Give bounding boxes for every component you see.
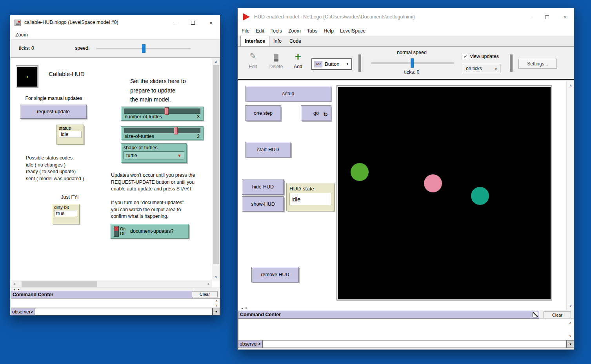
menu-zoom[interactable]: Zoom	[10, 32, 31, 38]
sliders-note-line: prepare to update	[130, 86, 186, 96]
left-command-input[interactable]	[35, 308, 213, 315]
hide-hud-button[interactable]: hide-HUD	[242, 179, 284, 195]
cc-scroll-up-icon[interactable]: ∧	[214, 299, 219, 303]
setup-button[interactable]: setup	[245, 86, 331, 101]
toolbar-delete-button[interactable]: Delete	[266, 51, 286, 69]
number-of-turtles-track[interactable]	[124, 109, 200, 114]
updates-note-line: Updates won't occur until you press the	[111, 172, 195, 179]
go-button[interactable]: go ↻	[301, 105, 331, 121]
size-of-turtles-track[interactable]	[124, 128, 200, 133]
status-monitor-value: idle	[59, 131, 82, 138]
left-cc-output[interactable]: ∧ ∨	[11, 298, 220, 308]
left-cc-title: Command Center	[11, 292, 53, 297]
cc-scroll-down-icon[interactable]: ∨	[567, 333, 573, 338]
left-cc-splitter[interactable]: ▲▼	[13, 288, 21, 291]
left-hscroll-thumb[interactable]	[22, 281, 97, 287]
remove-hud-button[interactable]: remove HUD	[251, 267, 299, 283]
menu-tools[interactable]: Tools	[267, 28, 285, 34]
sliders-note-line: Set the sliders here to	[130, 77, 186, 86]
toolbar-delete-label: Delete	[266, 64, 286, 69]
tab-interface[interactable]: Interface	[240, 36, 269, 46]
cc-scroll-up-icon[interactable]: ∧	[567, 321, 573, 325]
one-step-button[interactable]: one step	[245, 105, 281, 121]
toolbar-edit-button[interactable]: ✎ Edit	[244, 51, 262, 69]
left-titlebar[interactable]: callable-HUD.nlogo (LevelSpace model #0)…	[10, 15, 220, 30]
plus-icon: +	[290, 51, 306, 64]
normal-speed-label: normal speed	[367, 50, 456, 55]
right-cc-observer-row: observer> ▼	[238, 340, 574, 348]
right-interface-area: setup one step go ↻ start-HUD hide-HUD s…	[238, 81, 574, 310]
switch-slot[interactable]	[114, 226, 119, 237]
scroll-up-icon[interactable]: ∧	[567, 83, 575, 88]
right-speed-slider-track[interactable]	[371, 62, 454, 64]
view-updates-control[interactable]: ✓ view updates	[463, 54, 499, 59]
document-updates-switch[interactable]: On Off document-updates?	[111, 224, 189, 239]
menu-edit[interactable]: Edit	[253, 28, 267, 34]
left-close-button[interactable]: ×	[202, 15, 220, 30]
show-hud-button[interactable]: show-HUD	[242, 196, 284, 212]
start-hud-button[interactable]: start-HUD	[245, 142, 291, 158]
left-speed-slider-track[interactable]	[96, 48, 191, 49]
cc-scroll-down-icon[interactable]: ∨	[214, 303, 219, 307]
left-observer-prompt: observer>	[11, 308, 35, 315]
menu-levelspace[interactable]: LevelSpace	[337, 28, 369, 34]
settings-button[interactable]: Settings...	[518, 59, 557, 69]
left-maximize-button[interactable]	[184, 15, 202, 30]
shape-of-turtles-chooser[interactable]: shape-of-turtles turtle ▼	[121, 143, 187, 163]
checkmark-icon: ✓	[464, 54, 467, 59]
left-history-dropdown-button[interactable]: ▼	[213, 308, 220, 315]
right-cc-output[interactable]: ∧ ∨	[238, 319, 574, 340]
widget-type-value: Button	[325, 61, 346, 67]
left-horizontal-scrollbar[interactable]: < >	[11, 280, 212, 288]
number-of-turtles-value: 3	[197, 114, 200, 120]
menu-help[interactable]: Help	[320, 28, 337, 34]
tab-info[interactable]: Info	[269, 36, 285, 46]
size-of-turtles-slider[interactable]: size-of-turtles 3	[121, 126, 204, 140]
model-title-text: Callable-HUD	[49, 71, 85, 77]
right-minimize-button[interactable]	[520, 8, 538, 26]
left-vertical-scrollbar[interactable]: ∧ ∨	[212, 58, 220, 281]
menu-tabs[interactable]: Tabs	[304, 28, 320, 34]
scroll-right-icon[interactable]: >	[206, 280, 211, 288]
left-cc-clear-button[interactable]: Clear	[192, 291, 218, 297]
number-of-turtles-slider[interactable]: number-of-turtles 3	[121, 107, 204, 121]
right-cc-clear-button[interactable]: Clear	[544, 311, 571, 318]
left-minimize-button[interactable]	[166, 15, 184, 30]
menu-zoom[interactable]: Zoom	[285, 28, 304, 34]
shape-of-turtles-select[interactable]: turtle ▼	[124, 151, 184, 159]
right-ticks-counter: ticks: 0	[367, 69, 456, 75]
toolbar-add-button[interactable]: + Add	[290, 51, 306, 69]
dropdown-arrow-icon: ▼	[569, 342, 572, 346]
switch-knob[interactable]	[115, 226, 118, 231]
widget-type-dropdown[interactable]: abc Button ▼	[311, 58, 352, 70]
right-maximize-button[interactable]	[538, 8, 556, 26]
left-window-title: callable-HUD.nlogo (LevelSpace model #0)	[24, 20, 118, 25]
right-cc-splitter[interactable]: ▲▼	[241, 307, 249, 310]
view-updates-checkbox[interactable]: ✓	[463, 54, 468, 59]
dirty-bit-monitor-label: dirty-bit	[54, 205, 77, 210]
menu-file[interactable]: File	[238, 28, 253, 34]
shape-of-turtles-label: shape-of-turtles	[121, 144, 187, 150]
status-codes-note: Possible status codes: idle ( no changes…	[26, 155, 84, 182]
scroll-down-icon[interactable]: ∨	[567, 303, 575, 308]
left-speed-slider-thumb[interactable]	[142, 44, 145, 53]
right-cc-header: Command Center	[238, 311, 539, 319]
update-mode-dropdown[interactable]: on ticks ∨	[463, 64, 500, 73]
close-icon: ×	[209, 20, 213, 26]
scroll-up-icon[interactable]: ∧	[212, 59, 220, 64]
status-codes-line: Possible status codes:	[26, 155, 84, 162]
right-history-dropdown-button[interactable]: ▼	[567, 340, 574, 348]
cc-expand-icon[interactable]	[533, 312, 538, 317]
right-command-input[interactable]	[262, 340, 567, 348]
scroll-left-icon[interactable]: <	[12, 280, 17, 288]
document-note-line: you can watch the output area to	[111, 206, 184, 214]
tab-code[interactable]: Code	[285, 36, 305, 46]
request-update-button[interactable]: request-update	[20, 105, 87, 119]
left-vscroll-thumb[interactable]	[213, 65, 219, 264]
model-window-icon-base	[16, 24, 20, 25]
right-speed-slider-thumb[interactable]	[411, 58, 414, 68]
right-titlebar[interactable]: HUD-enabled-model - NetLogo {C:\Users\wa…	[238, 8, 574, 26]
scroll-down-icon[interactable]: ∨	[212, 274, 220, 280]
right-vertical-scrollbar[interactable]: ∧ ∨	[566, 81, 574, 310]
right-close-button[interactable]: ×	[556, 8, 574, 26]
